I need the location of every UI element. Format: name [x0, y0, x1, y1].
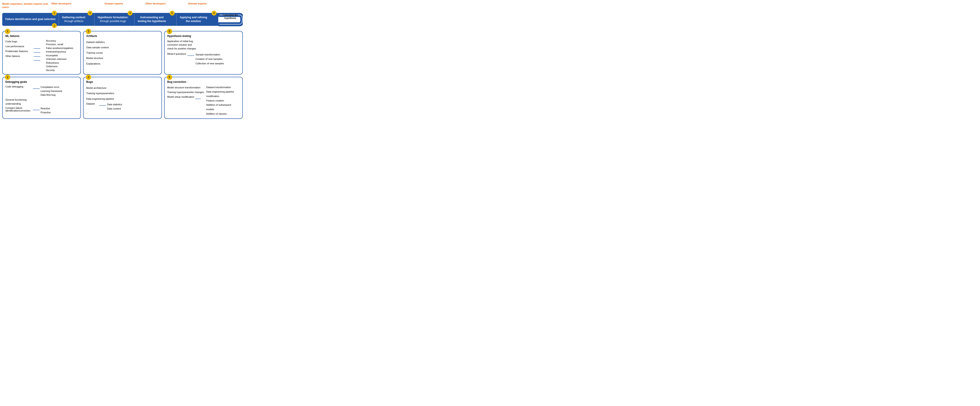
card-1-right-9: Security: [46, 68, 78, 72]
phase-2-label: Gathering context:through artifacts: [62, 16, 86, 23]
card-bugs: 4 Bugs Model architecture Training hyper…: [83, 77, 162, 119]
card-1-connector: [32, 39, 41, 72]
card-2-connector-1: [33, 87, 40, 89]
phase-6-badge: 6: [212, 11, 216, 16]
role-other-dev-2: Other developers: [135, 2, 177, 5]
card-5-title: Hypothesis testing: [167, 35, 240, 38]
card-5-top-text: Application of initial bugcorrection sol…: [167, 40, 240, 51]
card-4-dataset: Dataset: [86, 102, 99, 105]
card-1-right-3: False positives/negatives: [46, 46, 78, 50]
card-1-right-6: Unknown unknown: [46, 57, 78, 61]
card-bug-correction: 6 Bug correction Model structure transfo…: [164, 77, 243, 119]
correcting-label: Correcting the hypothesis: [218, 14, 242, 20]
phase-4-label: Instrumenting andtesting the hypothesis: [138, 16, 166, 23]
card-1-right-col: Accuracy Precision, recall False positiv…: [46, 39, 78, 72]
card-6-title: Bug correction: [167, 80, 240, 84]
card-3-item-4: Model structure: [86, 56, 159, 61]
card-1-item-code: Code bugs: [5, 39, 28, 44]
phase-1-label: Failure identification and goal selectio…: [5, 17, 56, 21]
card-5-connector: [188, 54, 194, 56]
card-4-num: 4: [86, 75, 91, 80]
role-model-requesters: Model requesters, domain experts, end-us…: [2, 2, 49, 9]
card-2-complex: Complex failureidentification/correction: [5, 106, 32, 112]
card-1-right-7: Robustness: [46, 61, 78, 65]
roles-row: Model requesters, domain experts, end-us…: [2, 2, 243, 9]
phase-5-label: Applying and refiningthe solution: [180, 16, 207, 23]
card-6-num: 6: [167, 75, 172, 80]
card-4-item-2: Training hyperparameters: [86, 90, 159, 96]
phase-4-block: Instrumenting andtesting the hypothesis …: [135, 13, 177, 26]
content-grid: 1 ML failures Code bugs Low performance …: [2, 31, 243, 119]
card-1-item-other: Other failures: [5, 54, 28, 59]
card-3-item-2: Data sample content: [86, 45, 159, 50]
card-2-code-debug: Code debugging: [5, 85, 32, 88]
card-1-right-5: Incomplete: [46, 54, 78, 57]
card-2-code-right: Compilation error Learning framework Dat…: [41, 85, 62, 97]
card-4-item-1: Model architecture: [86, 85, 159, 90]
phase-3-label: Hypothesis formulation:through possible …: [97, 16, 128, 23]
phase-5-block: Applying and refiningthe solution 6: [177, 13, 218, 26]
card-3-item-5: Explanations: [86, 61, 159, 66]
card-6-l1: Model structure transformation: [167, 85, 204, 90]
card-artifacts: 3 Artifacts Dataset statistics Data samp…: [83, 31, 162, 75]
card-3-title: Artifacts: [86, 35, 159, 38]
phase-5-badge: 5: [170, 11, 175, 16]
role-domain-experts-2: Domain experts: [177, 2, 218, 5]
card-5-r1: Sample transformation: [196, 52, 224, 57]
card-debugging-goals: 2 Debugging goals Code debugging Compila…: [2, 77, 81, 119]
card-1-title: ML failures: [5, 35, 78, 38]
card-1-right-2: Precision, recall: [46, 43, 78, 46]
phase-3-block: Hypothesis formulation:through possible …: [94, 13, 135, 26]
card-4-dataset-right: Data statistics Data content: [107, 102, 122, 111]
card-5-r2: Creation of new samples: [196, 57, 224, 62]
card-1-right-4: Irrelevant/spurious: [46, 50, 78, 54]
card-2-num: 2: [5, 75, 10, 80]
correcting-arrow: Correcting the hypothesis: [218, 11, 243, 28]
card-hypothesis-testing: 5 Hypothesis testing Application of init…: [164, 31, 243, 75]
phase-4-badge: 4: [127, 11, 132, 16]
card-5-r3: Collection of new samples: [196, 62, 224, 66]
card-6-connector: [195, 97, 200, 100]
card-3-num: 3: [86, 29, 91, 34]
card-5-num: 5: [167, 29, 172, 34]
card-6-r5: Addition of classes: [206, 112, 240, 116]
role-other-dev-1: Other developers: [49, 2, 93, 5]
phase-1-block: Failure identification and goal selectio…: [2, 13, 59, 26]
card-1-left-col: Code bugs Low performance Problematic fe…: [5, 39, 28, 72]
card-2-complex-right: Reactive Proactive: [41, 106, 51, 114]
phase-2-badge: 2: [52, 23, 57, 28]
card-4-connector: [99, 103, 106, 106]
card-1-right-8: Unfairness: [46, 65, 78, 68]
role-domain-experts-1: Domain experts: [93, 2, 135, 5]
card-1-num: 1: [5, 29, 10, 34]
card-1-item-perf: Low performance: [5, 44, 28, 49]
card-6-model-setup: Model setup modification: [167, 95, 194, 98]
card-6-right: Dataset transformation Data engineering …: [206, 85, 240, 116]
card-6-l2: Training hyperparameter changes: [167, 90, 204, 95]
card-4-title: Bugs: [86, 80, 159, 84]
process-flow-bar: Failure identification and goal selectio…: [2, 11, 243, 28]
card-1-item-features: Problematic features: [5, 49, 28, 54]
card-3-item-1: Dataset statistics: [86, 40, 159, 45]
card-ml-failures: 1 ML failures Code bugs Low performance …: [2, 31, 81, 75]
card-1-right-1: Accuracy: [46, 39, 78, 43]
card-5-right: Sample transformation Creation of new sa…: [196, 52, 224, 66]
card-6-r1: Dataset transformation: [206, 85, 240, 90]
phase-2-block: Gathering context:through artifacts 3: [59, 13, 94, 26]
phase-1-badge: 1: [52, 11, 57, 16]
card-2-connector-2: [33, 108, 40, 111]
phase-3-badge: 3: [88, 11, 92, 16]
card-3-item-3: Training curves: [86, 50, 159, 56]
card-6-r4: Addition of subsequent models: [206, 103, 240, 112]
card-2-general: General functioningunderstanding: [5, 98, 78, 106]
card-2-title: Debugging goals: [5, 80, 78, 84]
card-6-r3: Feature creation: [206, 98, 240, 103]
card-5-what-if: What-if questions: [167, 52, 186, 55]
card-6-r2: Data engineering pipelinemodification: [206, 90, 240, 98]
card-6-left: Model structure transformation Training …: [167, 85, 204, 116]
card-4-item-3: Data engineering pipeline: [86, 96, 159, 102]
